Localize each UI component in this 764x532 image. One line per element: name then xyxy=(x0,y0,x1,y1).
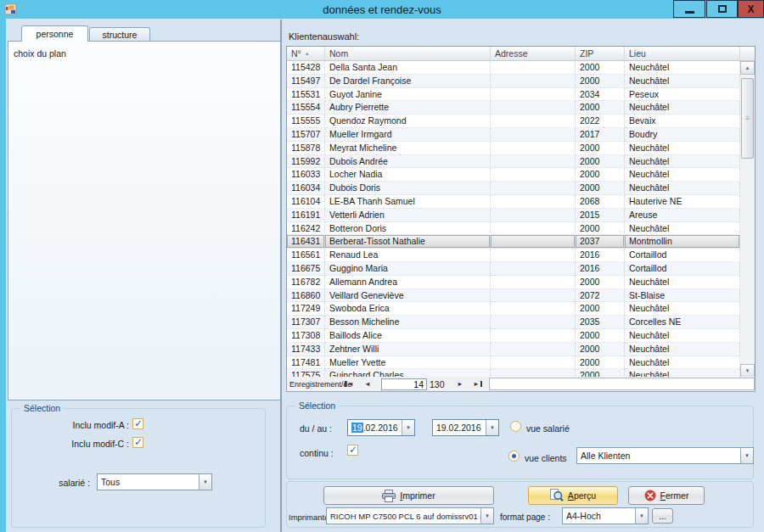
table-cell: 2000 xyxy=(576,222,625,236)
table-cell xyxy=(491,235,576,249)
table-row[interactable]: 116104LE-BA Thanh Samuel2068Hauterive NE xyxy=(287,195,742,209)
table-cell: 116034 xyxy=(287,182,325,195)
table-cell: Neuchâtel xyxy=(625,302,740,316)
pager-next-button[interactable]: ► xyxy=(452,378,468,389)
table-row[interactable]: 116034Dubois Doris2000Neuchâtel xyxy=(287,182,742,195)
inclu-modif-c-checkbox[interactable] xyxy=(132,437,143,448)
minimize-button[interactable] xyxy=(673,0,705,18)
fermer-button[interactable]: Fermer xyxy=(628,486,705,505)
column-header[interactable]: ZIP xyxy=(576,47,625,61)
apercu-button[interactable]: Aperçu xyxy=(528,486,618,505)
chevron-down-icon[interactable]: ▼ xyxy=(480,508,493,524)
table-row[interactable]: 115992Dubois Andrée2000Neuchâtel xyxy=(287,155,742,169)
column-header[interactable]: Adresse xyxy=(491,47,576,61)
chevron-down-icon[interactable]: ▼ xyxy=(402,420,414,435)
chevron-down-icon[interactable]: ▼ xyxy=(635,508,648,524)
table-cell: 2016 xyxy=(576,262,625,276)
table-row[interactable]: 116675Guggino Maria2016Cortaillod xyxy=(287,262,742,276)
close-button[interactable]: X xyxy=(738,0,764,18)
table-cell: Boudry xyxy=(625,128,740,142)
table-row[interactable]: 117481Mueller Yvette2000Neuchâtel xyxy=(287,356,742,370)
apercu-label: Aperçu xyxy=(568,490,596,501)
vue-salarie-radio[interactable] xyxy=(510,421,521,432)
table-cell: 2000 xyxy=(576,75,625,88)
table-row[interactable]: 116033Locher Nadia2000Neuchâtel xyxy=(287,168,742,182)
date-from-value: 19.02.2016 xyxy=(348,420,402,435)
format-page-combobox[interactable]: A4-Hoch ▼ xyxy=(562,507,649,524)
table-row[interactable]: 116431Berberat-Tissot Nathalie2037Montmo… xyxy=(287,235,742,249)
table-row[interactable]: 116782Allemann Andrea2000Neuchâtel xyxy=(287,276,742,289)
table-cell: Montmollin xyxy=(625,235,740,249)
clients-filter-combobox[interactable]: Alle Klienten ▼ xyxy=(576,447,754,464)
format-more-button[interactable]: ... xyxy=(652,508,673,524)
column-header[interactable]: Lieu xyxy=(625,47,740,61)
table-cell: 116675 xyxy=(287,262,325,276)
maximize-button[interactable] xyxy=(706,0,738,18)
table-row[interactable]: 117308Baillods Alice2000Neuchâtel xyxy=(287,329,742,343)
table-cell: 115554 xyxy=(287,101,325,115)
imprimer-button[interactable]: Imprimer xyxy=(323,486,494,505)
table-cell: Besson Micheline xyxy=(325,316,491,329)
client-vertical-scrollbar[interactable]: ▲ ≡ ▼ xyxy=(740,61,755,378)
table-cell: Neuchâtel xyxy=(625,343,740,356)
close-icon: X xyxy=(747,3,754,15)
scroll-up-icon[interactable]: ▲ xyxy=(740,61,755,75)
column-header[interactable]: N°▲ xyxy=(287,47,325,61)
table-row[interactable]: 115497De Dardel Françoise2000Neuchâtel xyxy=(287,75,742,88)
table-row[interactable]: 115878Meyrat Micheline2000Neuchâtel xyxy=(287,142,742,155)
table-row[interactable]: 115554Aubry Pierrette2000Neuchâtel xyxy=(287,101,742,115)
chevron-down-icon[interactable]: ▼ xyxy=(740,448,753,463)
table-cell: Neuchâtel xyxy=(625,61,740,75)
table-cell: Peseux xyxy=(625,88,740,102)
table-cell xyxy=(491,276,576,289)
scroll-down-icon[interactable]: ▼ xyxy=(740,364,755,378)
table-row[interactable]: 117249Swoboda Erica2000Neuchâtel xyxy=(287,302,742,316)
table-row[interactable]: 117433Zehtner Willi2000Neuchâtel xyxy=(287,343,742,356)
date-from-picker[interactable]: 19.02.2016 ▼ xyxy=(347,419,415,436)
table-row[interactable]: 116561Renaud Lea2016Cortaillod xyxy=(287,249,742,262)
table-cell xyxy=(491,61,576,75)
table-cell: 116860 xyxy=(287,289,325,303)
table-row[interactable]: 117307Besson Micheline2035Corcelles NE xyxy=(287,316,742,329)
table-cell: Cortaillod xyxy=(625,249,740,262)
column-header[interactable]: Nom xyxy=(325,47,491,61)
pager-last-button[interactable]: ► xyxy=(470,378,486,389)
chevron-down-icon[interactable]: ▼ xyxy=(199,474,211,490)
tab-structure[interactable]: structure xyxy=(89,27,150,42)
pager-first-button[interactable]: ◄ xyxy=(341,378,357,389)
inclu-modif-a-checkbox[interactable] xyxy=(132,418,143,429)
client-scroll-thumb[interactable]: ≡ xyxy=(741,78,754,159)
table-row[interactable]: 116191Vetterli Adrien2015Areuse xyxy=(287,209,742,222)
chevron-down-icon[interactable]: ▼ xyxy=(486,420,498,435)
table-row[interactable]: 115555Quendoz Raymond2022Bevaix xyxy=(287,115,742,128)
table-row[interactable]: 115707Mueller Irmgard2017Boudry xyxy=(287,128,742,142)
vue-clients-radio[interactable] xyxy=(508,451,520,462)
table-cell: 2000 xyxy=(576,155,625,169)
salarie-combobox[interactable]: Tous ▼ xyxy=(97,473,212,490)
table-cell xyxy=(491,329,576,343)
pager-prev-button[interactable]: ◄ xyxy=(360,378,375,389)
table-cell: 115992 xyxy=(287,155,325,169)
date-to-picker[interactable]: 19.02.2016 ▼ xyxy=(432,419,499,436)
table-cell: Baillods Alice xyxy=(325,329,491,343)
right-selection-group: Sélection du / au : 19.02.2016 ▼ 19.02.2… xyxy=(286,406,754,479)
table-cell: Dubois Doris xyxy=(325,182,491,195)
window-left-border xyxy=(0,19,6,532)
table-row[interactable]: 115428Della Santa Jean2000Neuchâtel xyxy=(287,61,742,75)
table-cell: Dubois Andrée xyxy=(325,155,491,169)
table-row[interactable]: 116860Veillard Geneviève2072St-Blaise xyxy=(287,289,742,303)
client-table-body: 115428Della Santa Jean2000Neuchâtel11549… xyxy=(287,61,742,378)
vue-salarie-label: vue salarié xyxy=(526,423,570,434)
tab-personne[interactable]: personne xyxy=(21,25,88,42)
minimize-icon xyxy=(685,11,694,14)
imprimante-combobox[interactable]: RICOH MP C7500 PCL 6 auf domissrv01 (um … xyxy=(326,507,494,524)
table-cell: Locher Nadia xyxy=(325,168,491,182)
table-cell: Neuchâtel xyxy=(625,101,740,115)
sort-asc-icon: ▲ xyxy=(305,51,310,56)
pager-current-input[interactable] xyxy=(381,378,427,390)
imprimante-value: RICOH MP C7500 PCL 6 auf domissrv01 (um xyxy=(327,508,480,524)
table-row[interactable]: 115531Guyot Janine2034Peseux xyxy=(287,88,742,102)
salarie-label: salarié : xyxy=(37,478,90,488)
table-row[interactable]: 116242Botteron Doris2000Neuchâtel xyxy=(287,222,742,236)
continu-checkbox[interactable] xyxy=(347,445,358,456)
